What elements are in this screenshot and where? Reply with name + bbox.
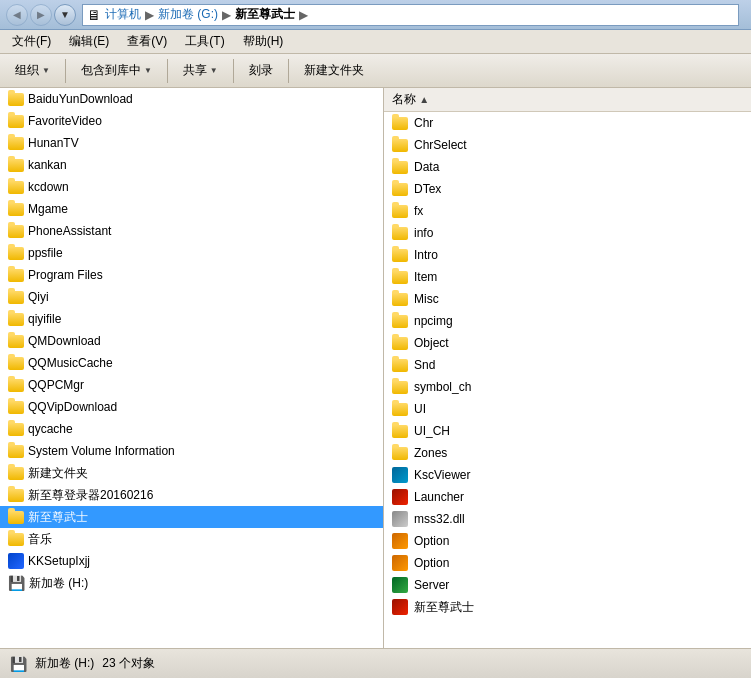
right-item[interactable]: UI [384,398,751,420]
right-item[interactable]: Option [384,530,751,552]
left-item[interactable]: BaiduYunDownload [0,88,383,110]
right-item[interactable]: fx [384,200,751,222]
left-item-label: PhoneAssistant [28,224,111,238]
folder-icon [8,313,24,326]
right-item[interactable]: Chr [384,112,751,134]
right-item[interactable]: mss32.dll [384,508,751,530]
left-scroll-area[interactable]: BaiduYunDownloadFavoriteVideoHunanTVkank… [0,88,383,648]
right-item[interactable]: Snd [384,354,751,376]
right-item[interactable]: symbol_ch [384,376,751,398]
left-item[interactable]: PhoneAssistant [0,220,383,242]
back-button[interactable]: ◀ [6,4,28,26]
left-item-label: kankan [28,158,67,172]
left-item[interactable]: qycache [0,418,383,440]
left-item[interactable]: Mgame [0,198,383,220]
left-item-label: Program Files [28,268,103,282]
left-item[interactable]: QQMusicCache [0,352,383,374]
sep-3: ▶ [299,8,308,22]
left-item-label: KKSetupIxjj [28,554,90,568]
right-item[interactable]: Intro [384,244,751,266]
right-item[interactable]: Launcher [384,486,751,508]
left-item[interactable]: 新建文件夹 [0,462,383,484]
nav-buttons: ◀ ▶ ▼ [6,4,76,26]
toolbar-sep-4 [288,59,289,83]
share-button[interactable]: 共享 ▼ [174,58,227,83]
right-item-label: UI [414,402,426,416]
folder-icon [8,489,24,502]
right-item-label: info [414,226,433,240]
right-item[interactable]: Object [384,332,751,354]
left-item[interactable]: 💾新加卷 (H:) [0,572,383,594]
sort-arrow: ▲ [419,94,429,105]
organize-button[interactable]: 组织 ▼ [6,58,59,83]
folder-icon [8,423,24,436]
right-item[interactable]: UI_CH [384,420,751,442]
right-scroll-area[interactable]: ChrChrSelectDataDTexfxinfoIntroItemMiscn… [384,112,751,648]
right-item[interactable]: KscViewer [384,464,751,486]
menu-view[interactable]: 查看(V) [119,31,175,52]
breadcrumb-current[interactable]: 新至尊武士 [235,6,295,23]
forward-button[interactable]: ▶ [30,4,52,26]
newfolder-button[interactable]: 新建文件夹 [295,58,373,83]
right-item-label: DTex [414,182,441,196]
right-item[interactable]: Misc [384,288,751,310]
right-item[interactable]: Item [384,266,751,288]
right-item[interactable]: info [384,222,751,244]
folder-icon [8,467,24,480]
computer-icon: 🖥 [87,7,101,23]
menu-file[interactable]: 文件(F) [4,31,59,52]
title-bar: ◀ ▶ ▼ 🖥 计算机 ▶ 新加卷 (G:) ▶ 新至尊武士 ▶ [0,0,751,30]
folder-icon [8,181,24,194]
left-item[interactable]: Program Files [0,264,383,286]
breadcrumb-drive[interactable]: 新加卷 (G:) [158,6,218,23]
left-item[interactable]: kankan [0,154,383,176]
folder-icon [392,315,408,328]
left-item-label: 新建文件夹 [28,465,88,482]
right-item[interactable]: 新至尊武士 [384,596,751,618]
right-item-label: Snd [414,358,435,372]
left-item[interactable]: HunanTV [0,132,383,154]
right-item-label: Chr [414,116,433,130]
library-caret: ▼ [144,66,152,75]
right-item[interactable]: Server [384,574,751,596]
folder-icon [392,161,408,174]
left-item[interactable]: 新至尊武士 [0,506,383,528]
left-item[interactable]: 音乐 [0,528,383,550]
left-item[interactable]: kcdown [0,176,383,198]
folder-icon [8,401,24,414]
left-item[interactable]: Qiyi [0,286,383,308]
right-item[interactable]: ChrSelect [384,134,751,156]
app-icon-cyan [392,467,408,483]
folder-icon [8,115,24,128]
dropdown-button[interactable]: ▼ [54,4,76,26]
library-button[interactable]: 包含到库中 ▼ [72,58,161,83]
folder-icon [392,337,408,350]
left-item[interactable]: FavoriteVideo [0,110,383,132]
address-bar[interactable]: 🖥 计算机 ▶ 新加卷 (G:) ▶ 新至尊武士 ▶ [82,4,739,26]
left-item[interactable]: System Volume Information [0,440,383,462]
burn-label: 刻录 [249,62,273,79]
right-item[interactable]: Zones [384,442,751,464]
right-item[interactable]: npcimg [384,310,751,332]
right-item[interactable]: Data [384,156,751,178]
folder-icon [392,359,408,372]
right-item-label: Data [414,160,439,174]
burn-button[interactable]: 刻录 [240,58,282,83]
left-item[interactable]: QQPCMgr [0,374,383,396]
menu-help[interactable]: 帮助(H) [235,31,292,52]
folder-icon [8,137,24,150]
right-item[interactable]: Option [384,552,751,574]
menu-tools[interactable]: 工具(T) [177,31,232,52]
folder-icon [392,271,408,284]
left-item[interactable]: 新至尊登录器20160216 [0,484,383,506]
breadcrumb-computer[interactable]: 计算机 [105,6,141,23]
share-label: 共享 [183,62,207,79]
app-icon-red [392,489,408,505]
menu-edit[interactable]: 编辑(E) [61,31,117,52]
left-item[interactable]: ppsfile [0,242,383,264]
left-item[interactable]: KKSetupIxjj [0,550,383,572]
left-item[interactable]: QQVipDownload [0,396,383,418]
left-item[interactable]: qiyifile [0,308,383,330]
left-item[interactable]: QMDownload [0,330,383,352]
right-item[interactable]: DTex [384,178,751,200]
